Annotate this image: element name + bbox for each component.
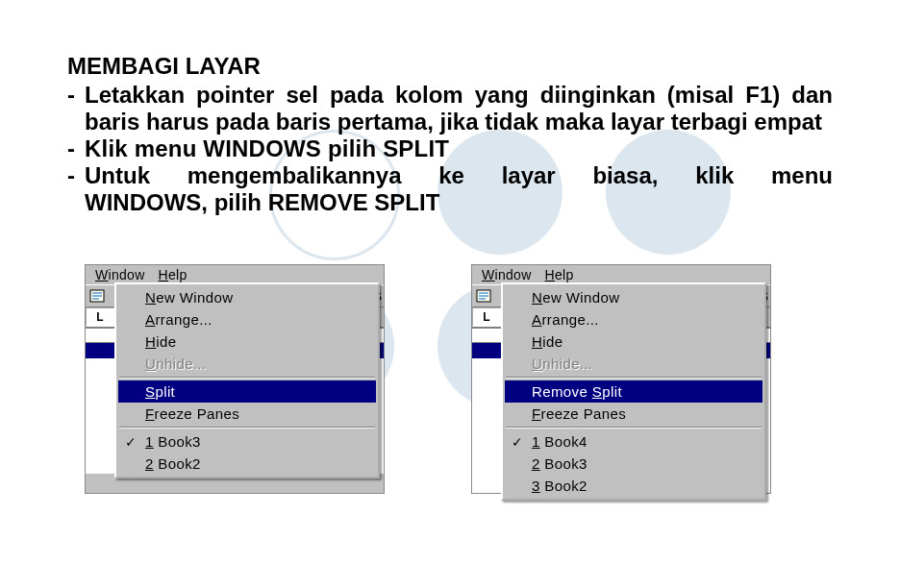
menu-arrange[interactable]: Arrange... (118, 308, 376, 331)
menu-separator (119, 427, 375, 429)
menu-remove-split[interactable]: Remove Split (505, 380, 762, 403)
toolbar-icon[interactable] (474, 287, 493, 305)
window-menu-dropdown: New Window Arrange... Hide Unhide... Spl… (114, 282, 380, 478)
menu-book-1[interactable]: ✓1 Book3 (118, 430, 376, 453)
window-menu-dropdown: New Window Arrange... Hide Unhide... Rem… (501, 282, 766, 501)
name-box[interactable]: L (472, 307, 501, 327)
menu-unhide: Unhide... (505, 353, 762, 375)
menu-book-3[interactable]: 3 Book2 (505, 475, 762, 497)
bullet-2: - Klik menu WINDOWS pilih SPLIT (67, 135, 833, 162)
name-box[interactable]: L (86, 307, 114, 327)
screenshot-right: Window Help S L New Window Arrange... Hi… (471, 264, 771, 494)
menu-book-2[interactable]: 2 Book2 (118, 453, 376, 475)
bullet-3: - Untuk mengembalikannya ke layar biasa,… (67, 162, 833, 216)
screenshot-left: Window Help S L New Window Arrange... Hi… (85, 264, 385, 494)
check-icon: ✓ (125, 434, 137, 450)
menu-new-window[interactable]: New Window (505, 286, 762, 308)
menu-separator (506, 377, 762, 379)
menu-window[interactable]: Window (89, 266, 151, 283)
menu-book-2[interactable]: 2 Book3 (505, 453, 762, 475)
menu-hide[interactable]: Hide (118, 331, 376, 353)
bullet-1: - Letakkan pointer sel pada kolom yang d… (67, 82, 833, 135)
check-icon: ✓ (512, 434, 523, 450)
menu-hide[interactable]: Hide (505, 331, 762, 353)
menu-window[interactable]: Window (476, 266, 538, 283)
menu-separator (119, 377, 375, 379)
menu-help[interactable]: Help (539, 266, 580, 283)
text-content: MEMBAGI LAYAR - Letakkan pointer sel pad… (0, 0, 900, 216)
menu-help[interactable]: Help (153, 266, 193, 283)
menu-arrange[interactable]: Arrange... (505, 308, 762, 331)
menu-freeze-panes[interactable]: Freeze Panes (118, 403, 376, 425)
menu-freeze-panes[interactable]: Freeze Panes (505, 403, 762, 425)
toolbar-icon[interactable] (88, 287, 107, 305)
page-title: MEMBAGI LAYAR (67, 53, 833, 80)
menu-new-window[interactable]: New Window (118, 286, 376, 308)
menu-separator (506, 427, 762, 429)
menubar: Window Help (472, 265, 770, 284)
menu-book-1[interactable]: ✓1 Book4 (505, 430, 762, 453)
menubar: Window Help (86, 265, 384, 284)
menu-split[interactable]: Split (118, 380, 376, 403)
menu-unhide: Unhide... (118, 353, 376, 375)
